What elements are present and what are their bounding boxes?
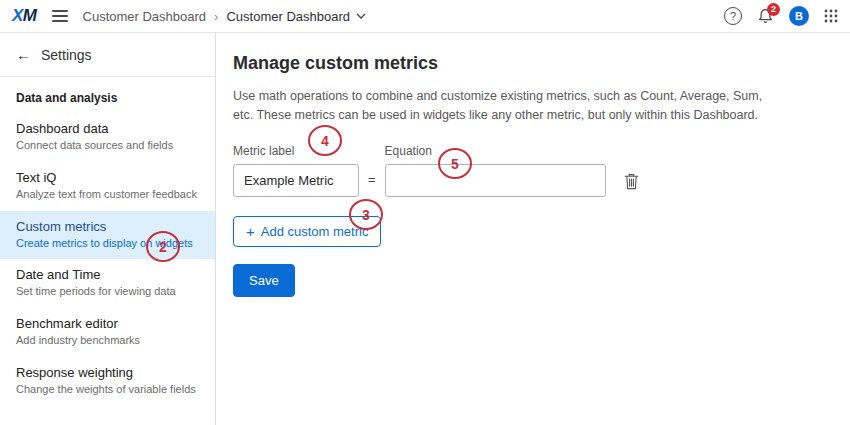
avatar[interactable]: B [789,6,809,26]
settings-back-button[interactable]: ← Settings [0,33,215,77]
sidebar-item-custom-metrics[interactable]: Custom metrics Create metrics to display… [0,211,215,260]
metric-label-input[interactable] [233,164,359,197]
breadcrumb-separator: › [214,9,218,24]
sidebar-item-dashboard-data[interactable]: Dashboard data Connect data sources and … [0,113,215,162]
page-description: Use math operations to combine and custo… [233,87,781,126]
settings-label: Settings [41,47,92,63]
chevron-down-icon [356,13,366,19]
sidebar-item-text-iq[interactable]: Text iQ Analyze text from customer feedb… [0,162,215,211]
equation-group: Equation [385,144,606,197]
metric-label-group: Metric label [233,144,359,197]
save-button[interactable]: Save [233,264,295,297]
sidebar-item-desc: Add industry benchmarks [16,334,199,348]
sidebar-item-desc: Connect data sources and fields [16,139,199,153]
notification-badge: 2 [767,3,780,16]
sidebar-item-label: Custom metrics [16,219,199,234]
breadcrumb-parent[interactable]: Customer Dashboard [83,9,207,24]
breadcrumb-current[interactable]: Customer Dashboard [226,9,366,24]
help-icon[interactable]: ? [724,7,742,25]
sidebar-section-label: Data and analysis [0,77,215,113]
sidebar-item-label: Date and Time [16,267,199,282]
sidebar-item-desc: Analyze text from customer feedback [16,188,199,202]
settings-sidebar: ← Settings Data and analysis Dashboard d… [0,33,216,425]
hamburger-menu-icon[interactable] [51,7,69,25]
add-custom-metric-label: Add custom metric [261,224,369,239]
back-arrow-icon: ← [16,46,31,63]
sidebar-item-benchmark-editor[interactable]: Benchmark editor Add industry benchmarks [0,308,215,357]
sidebar-item-response-weighting[interactable]: Response weighting Change the weights of… [0,357,215,406]
equals-sign: = [359,144,385,187]
equation-heading: Equation [385,144,606,158]
sidebar-item-label: Dashboard data [16,121,199,136]
sidebar-item-label: Benchmark editor [16,316,199,331]
sidebar-item-desc: Set time periods for viewing data [16,285,199,299]
sidebar-item-label: Text iQ [16,170,199,185]
delete-metric-button[interactable] [622,171,641,195]
sidebar-item-date-and-time[interactable]: Date and Time Set time periods for viewi… [0,259,215,308]
topbar-actions: ? 2 B [724,6,838,26]
equation-input[interactable] [385,164,606,197]
metric-label-heading: Metric label [233,144,359,158]
sidebar-item-desc: Create metrics to display on widgets [16,237,199,251]
add-custom-metric-button[interactable]: + Add custom metric [233,216,381,247]
notifications-button[interactable]: 2 [757,8,774,25]
top-bar: XM Customer Dashboard › Customer Dashboa… [0,0,850,33]
metric-row: Metric label = Equation [233,144,834,197]
sidebar-item-desc: Change the weights of variable fields [16,383,199,397]
apps-grid-icon[interactable] [824,9,838,23]
breadcrumb: Customer Dashboard › Customer Dashboard [83,9,366,24]
sidebar-item-label: Response weighting [16,365,199,380]
custom-metrics-panel: Manage custom metrics Use math operation… [217,33,850,425]
trash-icon [624,173,639,190]
page-title: Manage custom metrics [233,53,834,74]
plus-icon: + [246,224,255,239]
xm-logo[interactable]: XM [12,6,37,26]
